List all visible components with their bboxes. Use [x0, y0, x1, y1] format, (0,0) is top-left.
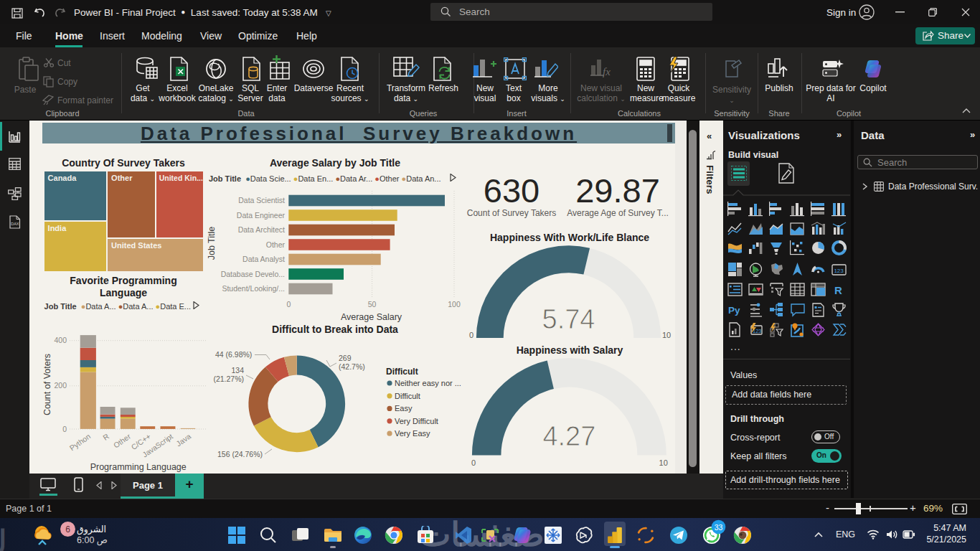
svg-text:Job Title: Job Title — [207, 227, 217, 260]
svg-text:Very Easy: Very Easy — [395, 429, 430, 438]
svg-text:Difficult: Difficult — [386, 367, 418, 377]
svg-text:0: 0 — [469, 331, 473, 339]
svg-text:50: 50 — [368, 300, 377, 309]
svg-text:Java: Java — [174, 432, 192, 448]
svg-text:fx: fx — [603, 66, 611, 77]
svg-text:Average Salary: Average Salary — [341, 312, 402, 322]
svg-text:Programming Language: Programming Language — [90, 462, 187, 472]
svg-text:Count of Voters: Count of Voters — [42, 354, 52, 415]
svg-text:Student/Looking/...: Student/Looking/... — [222, 284, 285, 293]
svg-text:Difficult: Difficult — [395, 392, 420, 400]
svg-text:5.74: 5.74 — [542, 304, 595, 334]
svg-text:4.27: 4.27 — [542, 421, 595, 451]
svg-text:R: R — [101, 432, 110, 442]
svg-text:156 (24.76%): 156 (24.76%) — [217, 450, 263, 458]
svg-text:100: 100 — [448, 300, 461, 309]
svg-text:6: 6 — [65, 524, 70, 534]
svg-text:(42.7%): (42.7%) — [339, 362, 365, 371]
svg-text:269: 269 — [339, 354, 352, 362]
svg-text:Other: Other — [112, 432, 133, 450]
svg-text:Very Difficult: Very Difficult — [395, 417, 438, 425]
svg-text:Database Develo...: Database Develo... — [221, 270, 285, 278]
svg-text:R: R — [834, 284, 842, 296]
svg-text:400: 400 — [54, 336, 67, 344]
svg-text:44 (6.98%): 44 (6.98%) — [215, 350, 252, 359]
svg-text:10: 10 — [662, 331, 671, 339]
svg-text:(21.27%): (21.27%) — [213, 375, 244, 383]
svg-text:134: 134 — [231, 366, 244, 375]
svg-text:Data Architect: Data Architect — [238, 225, 285, 234]
svg-text:Data Analyst: Data Analyst — [242, 255, 285, 263]
svg-text:0: 0 — [62, 425, 67, 433]
svg-text:0: 0 — [286, 300, 291, 309]
svg-text:Data Engineer: Data Engineer — [237, 211, 286, 220]
svg-text:Neither easy nor ...: Neither easy nor ... — [395, 379, 461, 387]
svg-text:123: 123 — [834, 268, 844, 274]
svg-text:Python: Python — [67, 432, 92, 453]
svg-text:Easy: Easy — [395, 404, 413, 413]
svg-text:DAX: DAX — [11, 222, 19, 226]
svg-text:10: 10 — [659, 458, 668, 467]
svg-text:Py: Py — [728, 305, 740, 316]
svg-text:33: 33 — [715, 523, 723, 532]
svg-text:Data Scientist: Data Scientist — [238, 196, 285, 204]
svg-text:0: 0 — [471, 458, 476, 467]
svg-text:200: 200 — [54, 381, 67, 390]
svg-text:Other: Other — [266, 240, 286, 249]
